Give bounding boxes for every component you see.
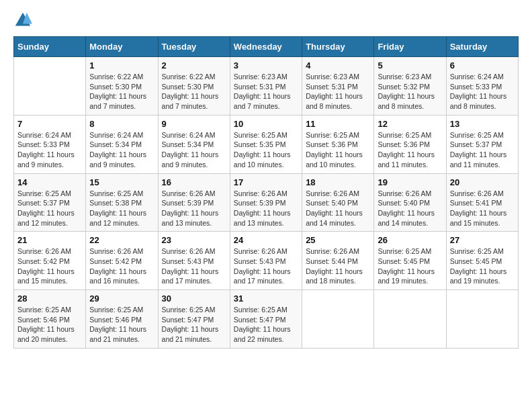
calendar-cell: 7Sunrise: 6:24 AM Sunset: 5:33 PM Daylig… (14, 115, 86, 173)
day-info: Sunrise: 6:25 AM Sunset: 5:38 PM Dayligh… (89, 189, 154, 228)
header-thursday: Thursday (302, 37, 374, 57)
day-number: 31 (234, 293, 298, 304)
day-number: 2 (162, 60, 226, 71)
day-number: 21 (17, 235, 82, 245)
day-info: Sunrise: 6:25 AM Sunset: 5:37 PM Dayligh… (450, 130, 515, 170)
calendar-cell: 18Sunrise: 6:26 AM Sunset: 5:40 PM Dayli… (302, 173, 374, 232)
day-info: Sunrise: 6:25 AM Sunset: 5:36 PM Dayligh… (306, 130, 370, 170)
calendar-cell: 6Sunrise: 6:24 AM Sunset: 5:33 PM Daylig… (446, 57, 518, 116)
calendar-cell: 11Sunrise: 6:25 AM Sunset: 5:36 PM Dayli… (302, 115, 374, 173)
day-info: Sunrise: 6:26 AM Sunset: 5:44 PM Dayligh… (306, 246, 370, 286)
calendar-cell: 27Sunrise: 6:25 AM Sunset: 5:45 PM Dayli… (446, 232, 518, 290)
calendar-table: SundayMondayTuesdayWednesdayThursdayFrid… (13, 36, 519, 349)
day-info: Sunrise: 6:26 AM Sunset: 5:43 PM Dayligh… (234, 246, 298, 286)
header-sunday: Sunday (14, 37, 86, 57)
calendar-cell: 16Sunrise: 6:26 AM Sunset: 5:39 PM Dayli… (158, 173, 230, 232)
calendar-cell: 3Sunrise: 6:23 AM Sunset: 5:31 PM Daylig… (230, 57, 302, 116)
calendar-cell: 1Sunrise: 6:22 AM Sunset: 5:30 PM Daylig… (86, 57, 158, 116)
calendar-week-row: 21Sunrise: 6:26 AM Sunset: 5:42 PM Dayli… (14, 232, 519, 290)
day-info: Sunrise: 6:23 AM Sunset: 5:32 PM Dayligh… (378, 72, 442, 111)
calendar-cell: 21Sunrise: 6:26 AM Sunset: 5:42 PM Dayli… (14, 232, 86, 290)
day-info: Sunrise: 6:26 AM Sunset: 5:40 PM Dayligh… (378, 189, 442, 228)
day-number: 18 (306, 177, 370, 187)
day-info: Sunrise: 6:23 AM Sunset: 5:31 PM Dayligh… (306, 72, 370, 111)
calendar-cell: 10Sunrise: 6:25 AM Sunset: 5:35 PM Dayli… (230, 115, 302, 173)
calendar-cell: 28Sunrise: 6:25 AM Sunset: 5:46 PM Dayli… (14, 290, 86, 349)
day-info: Sunrise: 6:25 AM Sunset: 5:45 PM Dayligh… (378, 246, 442, 286)
calendar-cell (374, 290, 446, 349)
day-number: 22 (89, 235, 154, 245)
day-number: 16 (162, 177, 226, 187)
calendar-cell: 9Sunrise: 6:24 AM Sunset: 5:34 PM Daylig… (158, 115, 230, 173)
day-number: 29 (89, 293, 154, 304)
calendar-week-row: 1Sunrise: 6:22 AM Sunset: 5:30 PM Daylig… (14, 57, 519, 116)
day-number: 6 (450, 60, 515, 71)
header-monday: Monday (86, 37, 158, 57)
day-info: Sunrise: 6:25 AM Sunset: 5:47 PM Dayligh… (234, 305, 298, 345)
day-number: 26 (378, 235, 442, 245)
page-header (13, 11, 519, 30)
day-number: 30 (162, 293, 226, 304)
day-number: 19 (378, 177, 442, 187)
day-number: 5 (378, 60, 442, 71)
day-info: Sunrise: 6:26 AM Sunset: 5:41 PM Dayligh… (450, 189, 515, 228)
calendar-cell: 22Sunrise: 6:26 AM Sunset: 5:42 PM Dayli… (86, 232, 158, 290)
calendar-cell: 13Sunrise: 6:25 AM Sunset: 5:37 PM Dayli… (446, 115, 518, 173)
day-number: 11 (306, 119, 370, 129)
header-friday: Friday (374, 37, 446, 57)
calendar-cell (14, 57, 86, 116)
day-info: Sunrise: 6:26 AM Sunset: 5:43 PM Dayligh… (162, 246, 226, 286)
day-number: 24 (234, 235, 298, 245)
calendar-cell: 25Sunrise: 6:26 AM Sunset: 5:44 PM Dayli… (302, 232, 374, 290)
day-info: Sunrise: 6:25 AM Sunset: 5:45 PM Dayligh… (450, 246, 515, 286)
logo-icon (13, 11, 32, 30)
day-info: Sunrise: 6:26 AM Sunset: 5:42 PM Dayligh… (17, 246, 82, 286)
calendar-cell: 30Sunrise: 6:25 AM Sunset: 5:47 PM Dayli… (158, 290, 230, 349)
calendar-cell: 24Sunrise: 6:26 AM Sunset: 5:43 PM Dayli… (230, 232, 302, 290)
logo (13, 11, 35, 30)
day-number: 14 (17, 177, 82, 187)
day-info: Sunrise: 6:25 AM Sunset: 5:36 PM Dayligh… (378, 130, 442, 170)
calendar-cell: 8Sunrise: 6:24 AM Sunset: 5:34 PM Daylig… (86, 115, 158, 173)
calendar-cell: 20Sunrise: 6:26 AM Sunset: 5:41 PM Dayli… (446, 173, 518, 232)
day-number: 3 (234, 60, 298, 71)
day-info: Sunrise: 6:25 AM Sunset: 5:47 PM Dayligh… (162, 305, 226, 345)
calendar-cell: 17Sunrise: 6:26 AM Sunset: 5:39 PM Dayli… (230, 173, 302, 232)
calendar-cell: 29Sunrise: 6:25 AM Sunset: 5:46 PM Dayli… (86, 290, 158, 349)
day-number: 8 (89, 119, 154, 129)
calendar-week-row: 7Sunrise: 6:24 AM Sunset: 5:33 PM Daylig… (14, 115, 519, 173)
day-number: 10 (234, 119, 298, 129)
calendar-cell: 23Sunrise: 6:26 AM Sunset: 5:43 PM Dayli… (158, 232, 230, 290)
day-number: 20 (450, 177, 515, 187)
day-number: 17 (234, 177, 298, 187)
day-info: Sunrise: 6:25 AM Sunset: 5:35 PM Dayligh… (234, 130, 298, 170)
day-info: Sunrise: 6:26 AM Sunset: 5:39 PM Dayligh… (162, 189, 226, 228)
calendar-cell: 19Sunrise: 6:26 AM Sunset: 5:40 PM Dayli… (374, 173, 446, 232)
day-info: Sunrise: 6:24 AM Sunset: 5:34 PM Dayligh… (162, 130, 226, 170)
day-number: 27 (450, 235, 515, 245)
day-info: Sunrise: 6:25 AM Sunset: 5:46 PM Dayligh… (89, 305, 154, 345)
day-info: Sunrise: 6:26 AM Sunset: 5:42 PM Dayligh… (89, 246, 154, 286)
header-wednesday: Wednesday (230, 37, 302, 57)
calendar-cell: 12Sunrise: 6:25 AM Sunset: 5:36 PM Dayli… (374, 115, 446, 173)
day-info: Sunrise: 6:24 AM Sunset: 5:33 PM Dayligh… (17, 130, 82, 170)
day-number: 12 (378, 119, 442, 129)
day-info: Sunrise: 6:22 AM Sunset: 5:30 PM Dayligh… (89, 72, 154, 111)
calendar-cell: 31Sunrise: 6:25 AM Sunset: 5:47 PM Dayli… (230, 290, 302, 349)
day-info: Sunrise: 6:26 AM Sunset: 5:39 PM Dayligh… (234, 189, 298, 228)
calendar-cell: 4Sunrise: 6:23 AM Sunset: 5:31 PM Daylig… (302, 57, 374, 116)
day-number: 28 (17, 293, 82, 304)
day-number: 15 (89, 177, 154, 187)
day-number: 25 (306, 235, 370, 245)
calendar-cell: 14Sunrise: 6:25 AM Sunset: 5:37 PM Dayli… (14, 173, 86, 232)
day-info: Sunrise: 6:25 AM Sunset: 5:37 PM Dayligh… (17, 189, 82, 228)
calendar-week-row: 28Sunrise: 6:25 AM Sunset: 5:46 PM Dayli… (14, 290, 519, 349)
day-info: Sunrise: 6:24 AM Sunset: 5:34 PM Dayligh… (89, 130, 154, 170)
day-info: Sunrise: 6:23 AM Sunset: 5:31 PM Dayligh… (234, 72, 298, 111)
calendar-header-row: SundayMondayTuesdayWednesdayThursdayFrid… (14, 37, 519, 57)
day-number: 4 (306, 60, 370, 71)
calendar-cell: 2Sunrise: 6:22 AM Sunset: 5:30 PM Daylig… (158, 57, 230, 116)
calendar-cell: 15Sunrise: 6:25 AM Sunset: 5:38 PM Dayli… (86, 173, 158, 232)
header-saturday: Saturday (446, 37, 518, 57)
day-number: 23 (162, 235, 226, 245)
